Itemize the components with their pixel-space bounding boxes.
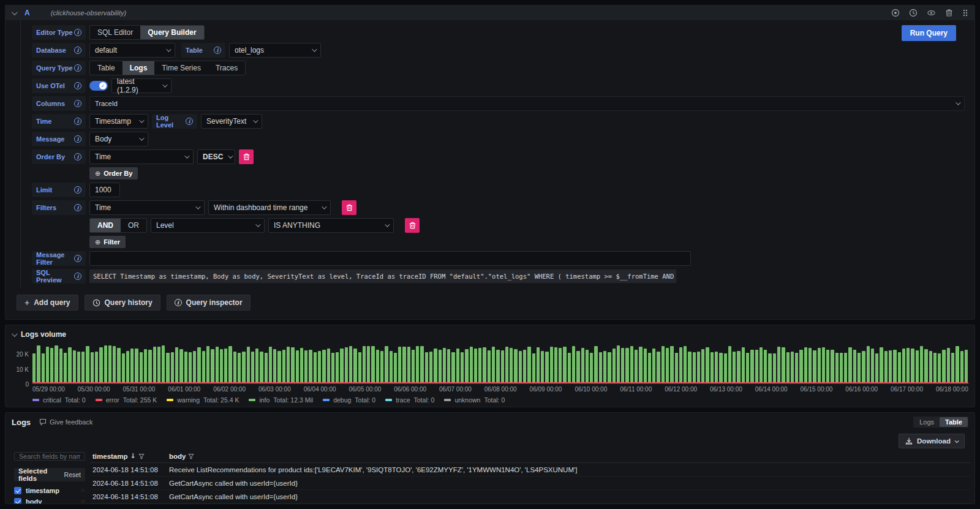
table-row[interactable]: 2024-06-18 14:51:08GetCartAsync called w… xyxy=(90,477,971,490)
logs-panel: Logs Give feedback Logs Table Download S… xyxy=(5,412,975,504)
field-checkbox[interactable] xyxy=(14,498,21,503)
order-by-field-select[interactable]: Time xyxy=(89,149,194,164)
log-level-select[interactable]: SeverityText xyxy=(201,114,262,129)
query-type-time-series[interactable]: Time Series xyxy=(154,61,208,75)
info-icon[interactable] xyxy=(74,47,81,54)
disable-query-icon[interactable] xyxy=(891,9,900,17)
logs-volume-header[interactable]: Logs volume xyxy=(12,329,968,340)
field-checkbox[interactable] xyxy=(14,487,21,494)
query-type-table[interactable]: Table xyxy=(90,61,123,75)
legend-item-trace[interactable]: traceTotal: 0 xyxy=(385,396,434,404)
timestamp-column-header[interactable]: timestamp ↓ xyxy=(90,452,167,460)
filter-and-option[interactable]: AND xyxy=(90,219,121,232)
info-icon[interactable] xyxy=(74,82,81,89)
query-history-button[interactable]: Query history xyxy=(85,295,160,311)
use-otel-row: Use OTel latest (1.2.9) xyxy=(32,78,965,93)
table-select[interactable]: otel_logs xyxy=(229,43,321,58)
drag-handle-icon[interactable]: ⁞⁞ xyxy=(81,489,85,492)
table-row[interactable]: 2024-06-18 14:51:08GetCartAsync called w… xyxy=(90,490,971,503)
timestamp-cell: 2024-06-18 14:51:08 xyxy=(90,480,167,487)
delete-query-icon[interactable] xyxy=(945,9,953,17)
volume-bar xyxy=(242,352,245,383)
body-column-header[interactable]: body xyxy=(167,453,971,460)
filter2-operator-select[interactable]: IS ANYTHING xyxy=(268,218,394,233)
query-type-logs[interactable]: Logs xyxy=(123,61,155,75)
history-icon[interactable] xyxy=(909,9,918,17)
limit-input[interactable] xyxy=(89,183,120,197)
info-icon[interactable] xyxy=(74,100,81,107)
volume-bar xyxy=(813,350,816,383)
legend-total: Total: 0 xyxy=(65,396,86,404)
info-icon[interactable] xyxy=(74,135,81,143)
add-filter-button[interactable]: Filter xyxy=(89,236,126,248)
run-query-button[interactable]: Run Query xyxy=(902,25,956,41)
sql-editor-option[interactable]: SQL Editor xyxy=(90,26,140,39)
otel-version-select[interactable]: latest (1.2.9) xyxy=(111,78,172,93)
sort-desc-arrow-icon[interactable]: ↓ xyxy=(130,452,136,460)
message-column-select[interactable]: Body xyxy=(89,132,148,146)
collapse-chevron-icon[interactable] xyxy=(12,331,18,337)
chevron-down-icon xyxy=(312,47,317,51)
info-icon[interactable] xyxy=(186,118,193,125)
time-column-select[interactable]: Timestamp xyxy=(89,114,148,129)
legend-item-debug[interactable]: debugTotal: 0 xyxy=(323,396,375,404)
query-row-header[interactable]: A (clickhouse-observability) xyxy=(6,6,974,20)
view-table-option[interactable]: Table xyxy=(940,417,968,427)
filter2-field-select[interactable]: Level xyxy=(151,218,265,233)
volume-bar xyxy=(81,352,85,383)
legend-item-info[interactable]: infoTotal: 12.3 Mil xyxy=(249,396,313,404)
columns-multiselect[interactable]: TraceId xyxy=(89,96,965,111)
field-item-timestamp[interactable]: timestamp⁞⁞ xyxy=(14,485,85,496)
legend-item-unknown[interactable]: unknownTotal: 0 xyxy=(444,396,505,404)
drag-handle-icon[interactable] xyxy=(962,9,968,17)
info-icon[interactable] xyxy=(74,153,81,160)
remove-order-by-button[interactable] xyxy=(239,149,254,164)
info-icon[interactable] xyxy=(74,186,81,194)
remove-filter-button[interactable] xyxy=(342,200,356,215)
hide-response-eye-icon[interactable] xyxy=(927,9,936,17)
legend-item-critical[interactable]: criticalTotal: 0 xyxy=(32,396,86,404)
query-type-traces[interactable]: Traces xyxy=(208,61,245,75)
info-icon[interactable] xyxy=(74,255,81,262)
info-icon[interactable] xyxy=(74,273,81,280)
legend-item-warning[interactable]: warningTotal: 25.4 K xyxy=(167,396,239,404)
query-builder-option[interactable]: Query Builder xyxy=(140,26,203,39)
x-tick-label: 05/29 00:00 xyxy=(32,386,65,393)
table-row[interactable]: 2024-06-18 14:51:08Receive ListRecommend… xyxy=(90,463,971,477)
filter-field-select[interactable]: Time xyxy=(89,200,205,215)
volume-bar xyxy=(826,350,829,383)
add-order-by-button[interactable]: Order By xyxy=(89,167,138,179)
give-feedback-link[interactable]: Give feedback xyxy=(39,418,92,426)
volume-bar xyxy=(586,350,589,383)
info-icon[interactable] xyxy=(74,118,81,125)
filter-operator-select[interactable]: Within dashboard time range xyxy=(208,200,331,215)
legend-item-error[interactable]: errorTotal: 255 K xyxy=(96,396,157,404)
filter-or-option[interactable]: OR xyxy=(121,219,146,232)
drag-handle-icon[interactable]: ⁞⁞ xyxy=(81,500,85,503)
info-icon[interactable] xyxy=(74,64,81,72)
info-icon[interactable] xyxy=(74,204,81,211)
view-logs-option[interactable]: Logs xyxy=(914,417,940,427)
add-query-button[interactable]: +Add query xyxy=(17,295,78,311)
filter-funnel-icon[interactable] xyxy=(188,453,194,459)
search-fields-input[interactable] xyxy=(14,452,85,461)
filter-funnel-icon[interactable] xyxy=(138,453,145,459)
volume-bar xyxy=(398,347,401,383)
use-otel-toggle[interactable] xyxy=(89,81,108,91)
collapse-chevron-icon[interactable] xyxy=(12,9,18,15)
order-by-direction-select[interactable]: DESC xyxy=(197,149,235,164)
download-button[interactable]: Download xyxy=(899,434,965,448)
field-item-body[interactable]: body⁞⁞ xyxy=(14,496,85,503)
database-select[interactable]: default xyxy=(89,43,175,58)
query-inspector-button[interactable]: Query inspector xyxy=(167,295,251,311)
remove-filter2-button[interactable] xyxy=(405,218,420,233)
info-icon[interactable] xyxy=(74,29,81,36)
chevron-down-icon xyxy=(228,153,233,158)
volume-bar xyxy=(104,345,107,383)
volume-bar xyxy=(287,347,290,383)
volume-bar xyxy=(916,350,919,383)
message-filter-input[interactable] xyxy=(89,251,691,266)
bars xyxy=(32,342,968,383)
info-icon[interactable] xyxy=(214,47,221,54)
reset-fields-button[interactable]: Reset xyxy=(64,471,81,478)
